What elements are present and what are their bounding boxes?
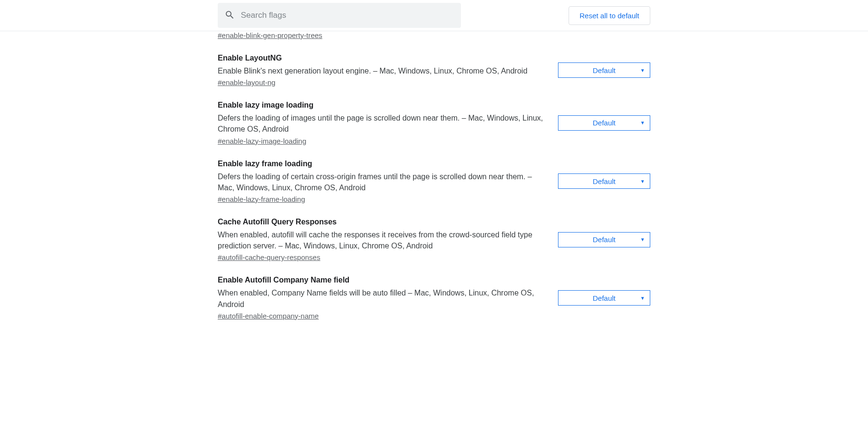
flag-hash-link[interactable]: #enable-lazy-frame-loading	[218, 195, 305, 203]
flag-item: Enable lazy image loading Defers the loa…	[218, 89, 650, 148]
flag-title: Cache Autofill Query Responses	[218, 218, 548, 226]
flag-select[interactable]: Default ▼	[558, 290, 650, 306]
flag-hash-link[interactable]: #enable-blink-gen-property-trees	[218, 31, 322, 39]
flag-control: Default ▼	[558, 173, 650, 189]
flag-title: Enable Autofill Company Name field	[218, 276, 548, 284]
flag-description: When enabled, autofill will cache the re…	[218, 229, 548, 251]
flag-hash-link[interactable]: #enable-layout-ng	[218, 78, 275, 86]
flag-select-value: Default	[593, 177, 616, 185]
flag-item: Enable lazy frame loading Defers the loa…	[218, 148, 650, 206]
search-input[interactable]	[241, 11, 454, 20]
flag-text: Enable lazy image loading Defers the loa…	[218, 101, 548, 145]
search-icon	[224, 10, 235, 22]
chevron-down-icon: ▼	[640, 295, 645, 301]
flag-description: Enable Blink's next generation layout en…	[218, 65, 548, 76]
flag-text: #enable-blink-gen-property-trees	[218, 31, 548, 39]
flag-control: Default ▼	[558, 115, 650, 131]
flag-select-value: Default	[593, 235, 616, 244]
flag-item: #enable-blink-gen-property-trees	[218, 31, 650, 42]
chevron-down-icon: ▼	[640, 237, 645, 242]
flag-select[interactable]: Default ▼	[558, 62, 650, 78]
chevron-down-icon: ▼	[640, 120, 645, 125]
flag-description: Defers the loading of images until the p…	[218, 112, 548, 135]
flags-list: #enable-blink-gen-property-trees Enable …	[218, 31, 650, 342]
flag-text: Cache Autofill Query Responses When enab…	[218, 218, 548, 261]
flag-description: When enabled, Company Name fields will b…	[218, 287, 548, 309]
flag-control: Default ▼	[558, 290, 650, 306]
flag-title: Enable lazy frame loading	[218, 160, 548, 168]
flag-hash-link[interactable]: #autofill-enable-company-name	[218, 312, 319, 320]
flag-hash-link[interactable]: #enable-lazy-image-loading	[218, 137, 306, 145]
reset-all-button[interactable]: Reset all to default	[569, 6, 650, 25]
flag-description: Defers the loading of certain cross-orig…	[218, 171, 548, 193]
flag-select-value: Default	[593, 66, 616, 74]
flag-text: Enable lazy frame loading Defers the loa…	[218, 160, 548, 203]
flag-text: Enable Autofill Company Name field When …	[218, 276, 548, 320]
flag-select[interactable]: Default ▼	[558, 232, 650, 247]
flag-title: Enable LayoutNG	[218, 54, 548, 62]
flag-select[interactable]: Default ▼	[558, 173, 650, 189]
flag-item: Enable Autofill Company Name field When …	[218, 264, 650, 322]
flag-control: Default ▼	[558, 232, 650, 247]
page-header: Reset all to default	[0, 0, 868, 31]
chevron-down-icon: ▼	[640, 68, 645, 73]
flag-item: Cache Autofill Query Responses When enab…	[218, 206, 650, 264]
search-container[interactable]	[218, 3, 461, 28]
flag-select-value: Default	[593, 119, 616, 127]
chevron-down-icon: ▼	[640, 179, 645, 184]
flag-select[interactable]: Default ▼	[558, 115, 650, 131]
flag-title: Enable lazy image loading	[218, 101, 548, 110]
flag-text: Enable LayoutNG Enable Blink's next gene…	[218, 54, 548, 86]
header-inner: Reset all to default	[218, 0, 650, 31]
flag-hash-link[interactable]: #autofill-cache-query-responses	[218, 253, 320, 261]
flag-control: Default ▼	[558, 62, 650, 78]
flag-select-value: Default	[593, 294, 616, 302]
flag-item: Enable LayoutNG Enable Blink's next gene…	[218, 42, 650, 89]
